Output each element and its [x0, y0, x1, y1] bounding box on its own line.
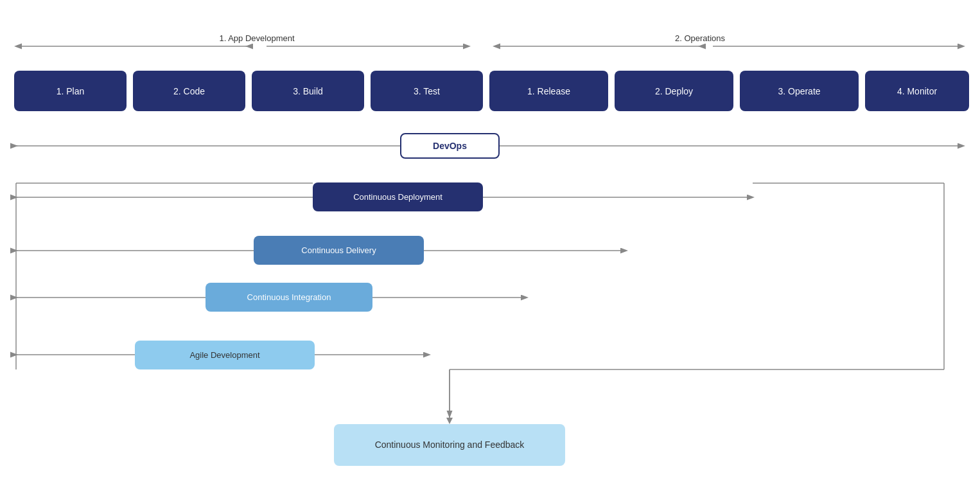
- stage-code: 2. Code: [133, 71, 245, 111]
- app-dev-label: 1. App Development: [193, 33, 321, 43]
- continuous-monitoring-bar: Continuous Monitoring and Feedback: [334, 424, 565, 466]
- stage-deploy: 2. Deploy: [615, 71, 733, 111]
- continuous-integration-bar: Continuous Integration: [206, 283, 372, 312]
- devops-box: DevOps: [400, 133, 500, 159]
- continuous-delivery-bar: Continuous Delivery: [254, 236, 424, 265]
- stage-build: 3. Build: [252, 71, 364, 111]
- svg-marker-21: [446, 418, 453, 424]
- stage-release: 1. Release: [489, 71, 608, 111]
- stage-operate: 3. Operate: [740, 71, 859, 111]
- agile-development-bar: Agile Development: [135, 341, 315, 369]
- operations-label: 2. Operations: [636, 33, 764, 43]
- stage-test: 3. Test: [371, 71, 483, 111]
- stage-monitor: 4. Monitor: [865, 71, 969, 111]
- continuous-deployment-bar: Continuous Deployment: [313, 182, 483, 211]
- stage-plan: 1. Plan: [14, 71, 127, 111]
- devops-diagram: 1. App Development 2. Operations 1. Plan…: [0, 0, 980, 489]
